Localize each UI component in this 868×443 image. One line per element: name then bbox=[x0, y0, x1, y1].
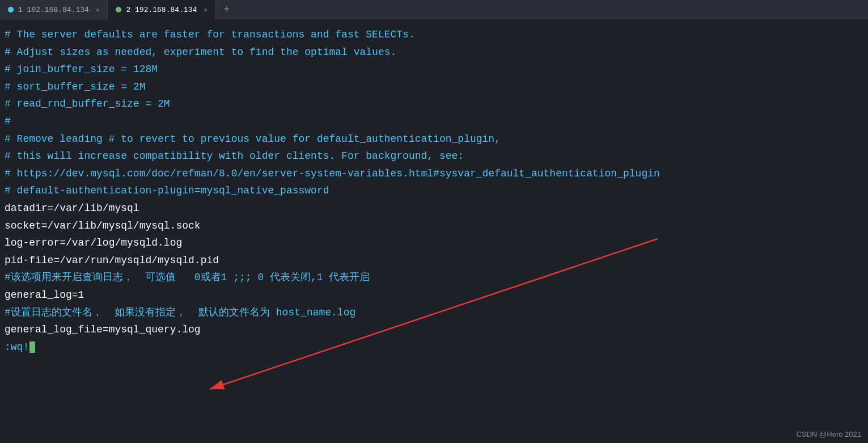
tab-1-close[interactable]: ✕ bbox=[96, 6, 100, 14]
terminal-line: # read_rnd_buffer_size = 2M bbox=[5, 95, 863, 113]
watermark: CSDN @Hero 2021 bbox=[797, 430, 861, 438]
tab-1[interactable]: 1 192.168.84.134 ✕ bbox=[0, 0, 108, 20]
terminal-line: # The server defaults are faster for tra… bbox=[5, 26, 863, 44]
terminal-line: # join_buffer_size = 128M bbox=[5, 61, 863, 78]
terminal-line: pid-file=/var/run/mysqld/mysqld.pid bbox=[5, 252, 863, 269]
terminal-line: # this will increase compatibility with … bbox=[5, 147, 863, 165]
terminal-line: # Adjust sizes as needed, experiment to … bbox=[5, 44, 863, 61]
terminal: # The server defaults are faster for tra… bbox=[0, 20, 868, 443]
terminal-line: log-error=/var/log/mysqld.log bbox=[5, 234, 863, 252]
command-prompt-line: :wq! bbox=[5, 339, 863, 356]
tab-1-label: 1 192.168.84.134 bbox=[18, 6, 89, 14]
tab-bar: 1 192.168.84.134 ✕ 2 192.168.84.134 ✕ + bbox=[0, 0, 868, 20]
terminal-line: #该选项用来开启查询日志， 可选值 0或者1 ;;; 0 代表关闭,1 代表开启 bbox=[5, 269, 863, 286]
terminal-line: # https://dev.mysql.com/doc/refman/8.0/e… bbox=[5, 165, 863, 183]
terminal-line: # bbox=[5, 113, 863, 130]
tab-2-dot bbox=[116, 7, 121, 12]
terminal-line: socket=/var/lib/mysql/mysql.sock bbox=[5, 217, 863, 235]
terminal-line: # sort_buffer_size = 2M bbox=[5, 78, 863, 96]
tab-2-close[interactable]: ✕ bbox=[204, 6, 208, 14]
terminal-line: #设置日志的文件名， 如果没有指定， 默认的文件名为 host_name.log bbox=[5, 304, 863, 322]
terminal-line: # Remove leading # to revert to previous… bbox=[5, 130, 863, 148]
new-tab-button[interactable]: + bbox=[218, 1, 235, 18]
terminal-line: general_log=1 bbox=[5, 286, 863, 304]
tab-2-label: 2 192.168.84.134 bbox=[126, 6, 197, 14]
terminal-line: datadir=/var/lib/mysql bbox=[5, 200, 863, 217]
terminal-line: general_log_file=mysql_query.log bbox=[5, 321, 863, 339]
tab-1-dot bbox=[8, 7, 14, 12]
terminal-content: # The server defaults are faster for tra… bbox=[5, 26, 863, 339]
terminal-line: # default-authentication-plugin=mysql_na… bbox=[5, 182, 863, 200]
tab-2[interactable]: 2 192.168.84.134 ✕ bbox=[108, 0, 215, 20]
prompt-text: :wq! bbox=[5, 339, 29, 356]
cursor bbox=[29, 341, 35, 353]
